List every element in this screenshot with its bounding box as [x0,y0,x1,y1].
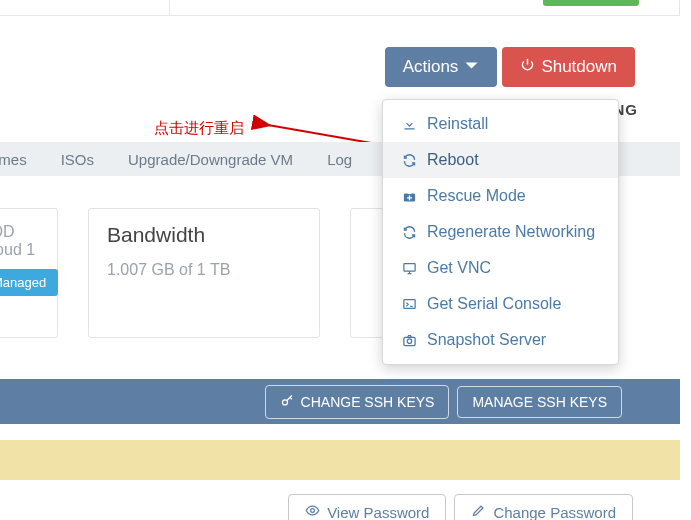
shutdown-button[interactable]: Shutdown [502,47,635,87]
tab-upgrade[interactable]: Upgrade/Downgrade VM [128,151,293,168]
svg-point-7 [282,399,287,404]
dropdown-item-regen[interactable]: Regenerate Networking [383,214,618,250]
refresh-icon [401,225,417,240]
vnc-label: Get VNC [427,259,491,277]
green-button[interactable] [543,0,639,6]
chevron-down-icon [464,58,479,76]
tag-managed[interactable]: Managed [0,269,58,296]
actions-dropdown: Reinstall Reboot Rescue Mode Regenerate … [382,99,619,365]
tab-volumes[interactable]: umes [0,151,27,168]
dropdown-item-reinstall[interactable]: Reinstall [383,106,618,142]
dropdown-item-vnc[interactable]: Get VNC [383,250,618,286]
card-plan: HDD Cloud 1 Managed [0,208,58,338]
download-icon [401,117,417,132]
reboot-label: Reboot [427,151,479,169]
bandwidth-title: Bandwidth [107,223,301,247]
dropdown-item-reboot[interactable]: Reboot [383,142,618,178]
top-cell-right [170,0,680,16]
bandwidth-usage: 1.007 GB of 1 TB [107,261,301,279]
change-ssh-button[interactable]: CHANGE SSH KEYS [265,385,450,419]
svg-rect-4 [403,299,414,308]
svg-point-8 [311,509,315,513]
regen-label: Regenerate Networking [427,223,595,241]
ssh-bar: CHANGE SSH KEYS MANAGE SSH KEYS [0,379,680,424]
top-cell-left [0,0,170,16]
refresh-icon [401,153,417,168]
password-row: View Password Change Password [288,494,633,520]
actions-button[interactable]: Actions [385,47,498,87]
card-bandwidth: Bandwidth 1.007 GB of 1 TB [88,208,320,338]
key-icon [280,393,295,411]
camera-icon [401,333,417,348]
dropdown-item-snapshot[interactable]: Snapshot Server [383,322,618,358]
change-password-label: Change Password [493,504,616,521]
rescue-label: Rescue Mode [427,187,526,205]
tab-log[interactable]: Log [327,151,352,168]
pencil-icon [471,503,486,520]
power-icon [520,57,535,77]
top-row [0,0,680,16]
desktop-icon [401,261,417,276]
view-password-button[interactable]: View Password [288,494,446,520]
dropdown-item-serial[interactable]: Get Serial Console [383,286,618,322]
svg-rect-2 [407,191,411,194]
dropdown-item-rescue[interactable]: Rescue Mode [383,178,618,214]
actions-row: Actions Shutdown [385,47,635,87]
svg-point-6 [407,338,411,342]
manage-ssh-button[interactable]: MANAGE SSH KEYS [457,386,622,418]
medkit-icon [401,189,417,204]
terminal-icon [401,297,417,312]
plan-name: HDD Cloud 1 [0,223,39,259]
reinstall-label: Reinstall [427,115,488,133]
annotation-text: 点击进行重启 [154,119,244,138]
eye-icon [305,503,320,520]
warning-bar [0,440,680,480]
serial-label: Get Serial Console [427,295,561,313]
view-password-label: View Password [327,504,429,521]
svg-rect-3 [403,263,414,271]
change-password-button[interactable]: Change Password [454,494,633,520]
manage-ssh-label: MANAGE SSH KEYS [472,394,607,410]
change-ssh-label: CHANGE SSH KEYS [301,394,435,410]
tab-isos[interactable]: ISOs [61,151,94,168]
snapshot-label: Snapshot Server [427,331,546,349]
actions-label: Actions [403,57,459,77]
shutdown-label: Shutdown [541,57,617,77]
